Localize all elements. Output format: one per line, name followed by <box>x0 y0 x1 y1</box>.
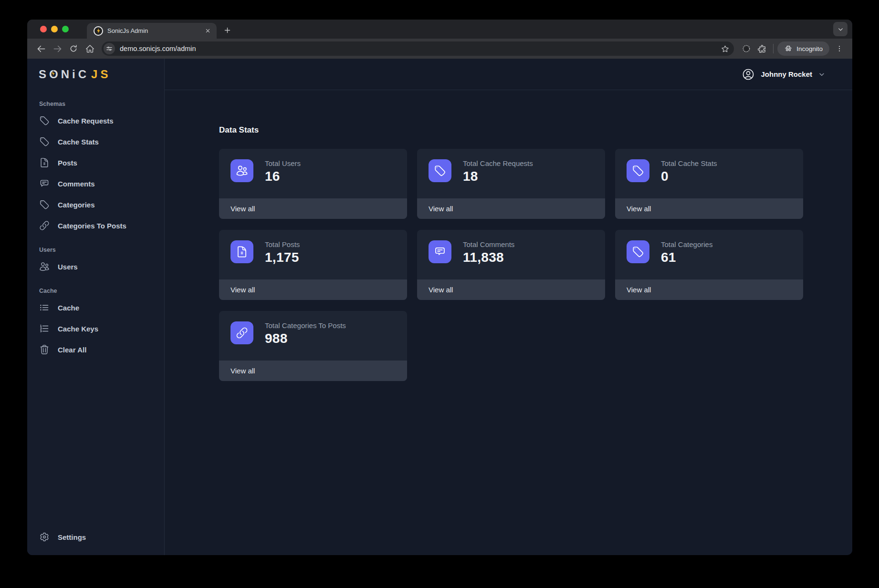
tag-icon <box>39 199 50 210</box>
lightning-bolt-icon <box>50 70 56 77</box>
logo-letter: NiC <box>61 68 89 81</box>
browser-menu-icon[interactable] <box>832 41 847 56</box>
browser-tab[interactable]: SonicJs Admin <box>87 23 217 39</box>
sidebar-item-posts[interactable]: Posts <box>27 152 164 173</box>
extensions-puzzle-icon[interactable] <box>754 41 769 56</box>
tag-icon <box>39 136 50 147</box>
stat-label: Total Users <box>265 159 301 167</box>
stat-label: Total Comments <box>463 240 514 248</box>
stat-card-total-categories-to-posts: Total Categories To Posts 988 View all <box>219 311 407 381</box>
view-all-link[interactable]: View all <box>615 198 803 219</box>
tag-icon <box>39 115 50 126</box>
view-all-link[interactable]: View all <box>417 198 605 219</box>
stat-card-total-cache-stats: Total Cache Stats 0 View all <box>615 149 803 219</box>
view-all-link[interactable]: View all <box>219 361 407 381</box>
users-icon <box>230 159 253 182</box>
view-all-link[interactable]: View all <box>615 279 803 300</box>
sidebar-item-cache-requests[interactable]: Cache Requests <box>27 110 164 131</box>
stat-value: 988 <box>265 331 346 346</box>
trash-icon <box>39 344 50 355</box>
sidebar: SONiCJS Schemas Cache Requests Cache Sta… <box>27 59 165 555</box>
site-info-icon[interactable] <box>104 43 115 54</box>
section-label-users: Users <box>27 236 164 256</box>
logo-o-with-bolt: O <box>49 68 61 81</box>
sidebar-item-cache-stats[interactable]: Cache Stats <box>27 131 164 152</box>
sidebar-item-label: Cache Keys <box>58 325 98 333</box>
sidebar-item-label: Cache Requests <box>58 117 114 125</box>
sidebar-item-settings[interactable]: Settings <box>27 526 164 547</box>
sonicjs-favicon-icon <box>94 26 103 36</box>
tag-icon <box>627 240 649 263</box>
stat-value: 61 <box>661 250 712 265</box>
sidebar-item-label: Comments <box>58 180 95 188</box>
stat-value: 11,838 <box>463 250 514 265</box>
tag-icon <box>429 159 451 182</box>
sidebar-item-label: Cache <box>58 304 79 312</box>
sonicjs-admin-app: SONiCJS Schemas Cache Requests Cache Sta… <box>27 59 852 555</box>
sidebar-item-clear-all[interactable]: Clear All <box>27 339 164 360</box>
sidebar-item-label: Settings <box>58 533 86 541</box>
list-icon <box>39 302 50 313</box>
sidebar-item-categories-to-posts[interactable]: Categories To Posts <box>27 215 164 236</box>
forward-button[interactable] <box>49 41 65 57</box>
sidebar-item-cache-keys[interactable]: Cache Keys <box>27 318 164 339</box>
sidebar-item-cache[interactable]: Cache <box>27 297 164 318</box>
sidebar-item-label: Categories To Posts <box>58 222 126 230</box>
stat-value: 0 <box>661 169 717 184</box>
stat-card-total-users: Total Users 16 View all <box>219 149 407 219</box>
user-circle-icon <box>742 68 755 81</box>
url-text[interactable]: demo.sonicjs.com/admin <box>120 45 719 52</box>
stat-label: Total Categories <box>661 240 712 248</box>
close-window-button[interactable] <box>40 26 47 32</box>
sidebar-item-label: Clear All <box>58 346 86 354</box>
view-all-link[interactable]: View all <box>219 198 407 219</box>
back-button[interactable] <box>33 41 49 57</box>
toolbar-separator <box>773 44 774 53</box>
sidebar-item-label: Categories <box>58 201 95 209</box>
link-icon <box>230 321 253 344</box>
document-icon <box>39 157 50 168</box>
traffic-lights <box>27 26 69 39</box>
privacy-badge-icon[interactable] <box>739 41 754 56</box>
sidebar-item-comments[interactable]: Comments <box>27 173 164 194</box>
browser-toolbar: demo.sonicjs.com/admin Incognito <box>27 39 852 59</box>
incognito-badge: Incognito <box>777 41 829 56</box>
section-label-cache: Cache <box>27 277 164 297</box>
stat-label: Total Cache Requests <box>463 159 533 167</box>
user-menu[interactable]: Johnny Rocket <box>742 68 826 81</box>
users-icon <box>39 261 50 272</box>
gear-icon <box>39 532 50 542</box>
incognito-label: Incognito <box>796 45 823 52</box>
sidebar-item-label: Posts <box>58 159 77 167</box>
view-all-link[interactable]: View all <box>219 279 407 300</box>
logo-letters-js: JS <box>91 68 111 81</box>
logo-row: SONiCJS <box>27 59 164 90</box>
sidebar-item-categories[interactable]: Categories <box>27 194 164 215</box>
view-all-link[interactable]: View all <box>417 279 605 300</box>
url-bar[interactable]: demo.sonicjs.com/admin <box>102 41 734 56</box>
bookmark-star-icon[interactable] <box>719 42 731 55</box>
tab-search-button[interactable] <box>833 22 848 36</box>
sidebar-item-label: Users <box>58 263 78 271</box>
reload-button[interactable] <box>65 41 82 57</box>
main-header: Johnny Rocket <box>165 59 852 90</box>
home-button[interactable] <box>82 41 98 57</box>
page-title: Data Stats <box>219 125 852 135</box>
link-icon <box>39 220 50 231</box>
stat-value: 1,175 <box>265 250 300 265</box>
minimize-window-button[interactable] <box>51 26 58 32</box>
user-name: Johnny Rocket <box>761 70 812 78</box>
new-tab-button[interactable] <box>220 23 234 37</box>
sidebar-item-users[interactable]: Users <box>27 256 164 277</box>
chat-icon <box>39 178 50 189</box>
stat-card-total-cache-requests: Total Cache Requests 18 View all <box>417 149 605 219</box>
stat-label: Total Cache Stats <box>661 159 717 167</box>
zoom-window-button[interactable] <box>62 26 69 32</box>
browser-window: SonicJs Admin demo.s <box>27 20 852 555</box>
stat-value: 18 <box>463 169 533 184</box>
tab-close-icon[interactable] <box>203 27 212 35</box>
sidebar-item-label: Cache Stats <box>58 138 99 146</box>
stat-card-total-posts: Total Posts 1,175 View all <box>219 230 407 300</box>
document-icon <box>230 240 253 263</box>
sonicjs-logo[interactable]: SONiCJS <box>39 68 111 81</box>
